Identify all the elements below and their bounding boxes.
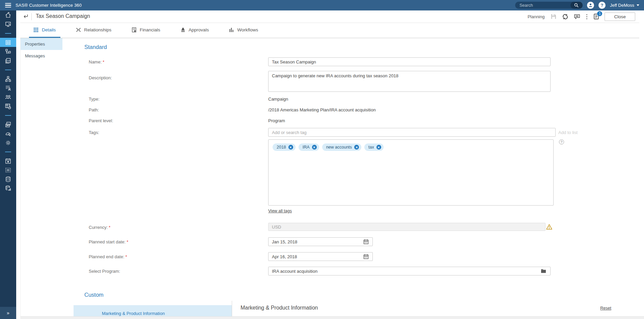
sidebar-item-org-chart[interactable]: [0, 74, 16, 83]
sidebar-item-segments[interactable]: [0, 138, 16, 147]
tags-label: Tags:: [89, 130, 99, 135]
sidebar-item-assets[interactable]: [0, 120, 16, 129]
calendar-icon: [363, 254, 369, 259]
campaign-board-icon: [5, 21, 11, 28]
table-clock-icon: [5, 103, 11, 110]
panel-item-properties[interactable]: Properties: [21, 38, 62, 50]
document-person-icon: [5, 85, 11, 91]
tab-approvals[interactable]: Approvals: [176, 23, 214, 38]
remove-tag-icon[interactable]: [312, 145, 317, 150]
search-icon[interactable]: [570, 2, 583, 9]
expand-icon: »: [7, 310, 9, 316]
tab-workflows[interactable]: Workflows: [224, 23, 263, 38]
sidebar-divider: [0, 111, 16, 120]
tag-chip-label: 2018: [277, 145, 286, 150]
search-box: [515, 2, 583, 9]
tab-relationships[interactable]: Relationships: [71, 23, 116, 38]
view-all-tags-link[interactable]: View all tags: [268, 209, 292, 213]
sun-settings-icon: [5, 139, 11, 146]
grid-icon: [5, 39, 11, 46]
sidebar-item-plans[interactable]: [0, 20, 16, 29]
account-icon[interactable]: [587, 2, 594, 9]
sidebar-item-teams[interactable]: [0, 92, 16, 102]
description-input[interactable]: Campaign to generate new IRA accounts du…: [268, 71, 551, 92]
help-icon[interactable]: [598, 2, 606, 9]
gauge-icon: [5, 130, 11, 137]
parent-level-value: Program: [268, 118, 285, 123]
sidebar-item-properties-active[interactable]: [0, 38, 16, 47]
hierarchy-icon: [5, 48, 11, 55]
database-chart-icon: [5, 185, 11, 192]
sidebar-item-data[interactable]: [0, 175, 16, 184]
page-title: Tax Season Campaign: [36, 13, 90, 19]
remove-tag-icon[interactable]: [376, 145, 381, 150]
sidebar-item-data-views[interactable]: [0, 184, 16, 193]
sidebar-item-budgets[interactable]: 123: [0, 56, 16, 65]
tag-chip-label: IRA: [303, 145, 310, 150]
tags-help-icon[interactable]: ?: [559, 139, 564, 144]
refresh-button[interactable]: [562, 14, 568, 20]
reports-icon: [5, 121, 11, 128]
start-date-calendar-button[interactable]: [363, 239, 369, 244]
reset-link[interactable]: Reset: [600, 306, 611, 311]
panel-item-messages[interactable]: Messages: [21, 50, 62, 62]
properties-form: Standard Name:* Description: Campaign to…: [62, 38, 644, 319]
workflows-icon: [229, 27, 234, 32]
sidebar-item-performance[interactable]: [0, 129, 16, 138]
save-icon: [551, 14, 557, 20]
tab-financials[interactable]: Financials: [127, 23, 165, 38]
app-topbar: SAS® Customer Intelligence 360 Jeff DeMo…: [0, 0, 644, 10]
planned-end-date-label: Planned end date:*: [89, 254, 127, 259]
name-input[interactable]: [268, 57, 551, 66]
details-side-panel: Properties Messages: [20, 38, 62, 319]
currency-warning-icon[interactable]: [546, 223, 553, 230]
save-button[interactable]: [551, 14, 557, 20]
select-program-input[interactable]: [268, 267, 551, 275]
tab-bar: Details Relationships Financials Approva…: [20, 23, 639, 38]
close-button[interactable]: Close: [605, 12, 635, 21]
calendar-icon: [363, 239, 369, 244]
comments-button[interactable]: [574, 14, 580, 20]
header-divider: [31, 13, 32, 20]
tag-search-input[interactable]: [268, 128, 556, 137]
path-value: /2018 Americas Marketing Plan/IRA accoun…: [268, 107, 376, 112]
sidebar-item-home[interactable]: [0, 10, 16, 20]
people-icon: [5, 94, 11, 101]
search-input[interactable]: [515, 2, 570, 9]
remove-tag-icon[interactable]: [354, 145, 359, 150]
sidebar-item-events[interactable]: [0, 156, 16, 165]
sidebar-item-briefs[interactable]: [0, 83, 16, 92]
planned-end-date-input[interactable]: [268, 252, 373, 261]
tab-details[interactable]: Details: [29, 23, 60, 38]
caret-down-icon: [637, 4, 639, 6]
sidebar-item-lists[interactable]: [0, 165, 16, 175]
parent-level-label: Parent level:: [89, 118, 113, 123]
back-button[interactable]: [22, 12, 30, 21]
sidebar-item-schedule[interactable]: [0, 102, 16, 111]
user-menu[interactable]: Jeff DeMoss: [610, 3, 639, 8]
notes-button[interactable]: 1: [593, 14, 599, 20]
notification-badge: 1: [597, 11, 602, 16]
org-chart-icon: [5, 76, 11, 82]
type-value: Campaign: [268, 97, 288, 102]
end-date-calendar-button[interactable]: [363, 254, 369, 259]
remove-tag-icon[interactable]: [288, 145, 293, 150]
folder-icon: [541, 268, 546, 273]
browse-program-button[interactable]: [541, 268, 546, 273]
tag-chip: new accounts: [322, 143, 361, 151]
add-to-list-button[interactable]: Add to list: [558, 130, 578, 135]
planned-start-date-label: Planned start date:*: [89, 239, 128, 244]
app-sidebar: 123: [0, 10, 16, 319]
tab-label: Approvals: [189, 27, 209, 32]
content-footer-strip: [20, 316, 644, 319]
custom-section-heading: Custom: [84, 292, 104, 298]
description-label: Description:: [89, 75, 112, 80]
more-actions-button[interactable]: [586, 14, 588, 19]
planned-start-date-input[interactable]: [268, 237, 373, 246]
relationships-icon: [76, 27, 81, 32]
menu-icon[interactable]: [0, 0, 16, 10]
warning-icon: [546, 223, 553, 230]
sidebar-divider: [0, 29, 16, 38]
sidebar-expand-button[interactable]: »: [0, 307, 16, 319]
sidebar-item-hierarchy[interactable]: [0, 47, 16, 56]
